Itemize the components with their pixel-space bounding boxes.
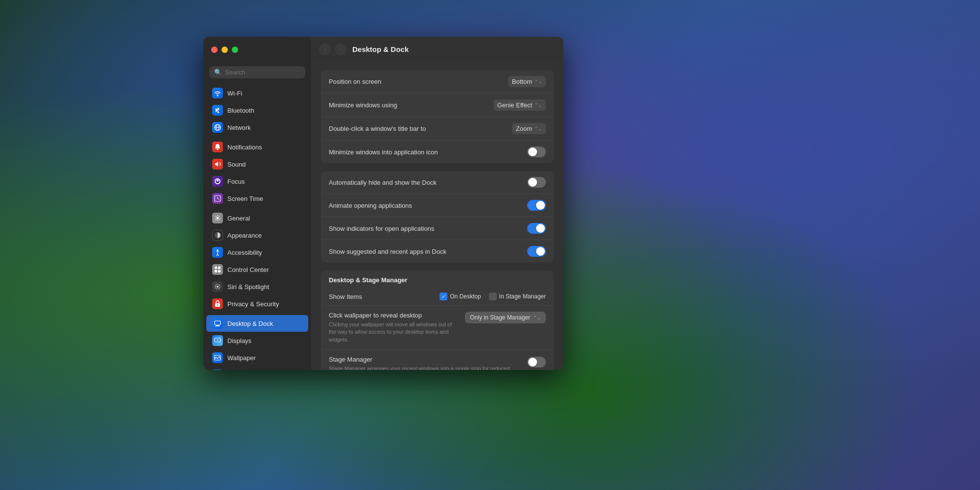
network-icon	[212, 122, 223, 133]
wallpaper-reveal-arrows: ⌃⌄	[533, 315, 541, 320]
sidebar-item-wallpaper[interactable]: Wallpaper	[206, 349, 308, 366]
sidebar-item-focus-label: Focus	[227, 178, 245, 185]
sidebar-item-controlcenter[interactable]: Control Center	[206, 261, 308, 278]
svg-rect-15	[215, 321, 220, 325]
sidebar-item-network[interactable]: Network	[206, 119, 308, 136]
wallpaper-reveal-desc: Clicking your wallpaper will move all wi…	[329, 321, 459, 343]
wallpaper-icon	[212, 352, 223, 363]
content-scroll[interactable]: Position on screen Bottom ⌃⌄ Minimize wi…	[311, 62, 564, 370]
doubleclick-row: Double-click a window's title bar to Zoo…	[321, 117, 554, 141]
wallpaper-reveal-dropdown[interactable]: Only in Stage Manager ⌃⌄	[465, 312, 546, 323]
doubleclick-label: Double-click a window's title bar to	[329, 125, 426, 132]
sidebar-item-desktop[interactable]: Desktop & Dock	[206, 315, 308, 332]
sidebar-item-notifications[interactable]: Notifications	[206, 139, 308, 155]
back-button[interactable]: ‹	[319, 44, 331, 55]
show-items-row: Show Items ✓ On Desktop In Stage Manager	[321, 288, 554, 306]
stage-manager-group: Desktop & Stage Manager Show Items ✓ On …	[321, 270, 554, 370]
autohide-label: Automatically hide and show the Dock	[329, 179, 437, 186]
sidebar-item-privacy[interactable]: Privacy & Security	[206, 295, 308, 312]
search-box[interactable]: 🔍	[209, 66, 305, 78]
focus-icon	[212, 176, 223, 187]
notifications-icon	[212, 142, 223, 152]
svg-rect-8	[218, 267, 220, 269]
animate-toggle[interactable]	[527, 200, 546, 211]
indicators-label: Show indicators for open applications	[329, 225, 434, 232]
animate-knob	[536, 201, 545, 210]
svg-rect-10	[218, 270, 220, 272]
sidebar-item-displays[interactable]: Displays	[206, 332, 308, 349]
desktop-dock-icon	[212, 318, 223, 329]
position-row: Position on screen Bottom ⌃⌄	[321, 70, 554, 94]
sidebar-item-screentime[interactable]: Screen Time	[206, 190, 308, 207]
sidebar-item-bluetooth[interactable]: Bluetooth	[206, 102, 308, 119]
sidebar-item-screentime-label: Screen Time	[227, 195, 263, 202]
position-control[interactable]: Bottom ⌃⌄	[508, 76, 546, 87]
sidebar-item-screensaver[interactable]: Screen Saver	[206, 367, 308, 370]
wallpaper-reveal-value: Only in Stage Manager	[470, 314, 530, 321]
indicators-knob	[536, 224, 545, 233]
recent-apps-toggle[interactable]	[527, 246, 546, 257]
indicators-toggle[interactable]	[527, 223, 546, 234]
minimize-control[interactable]: Genie Effect ⌃⌄	[493, 99, 546, 111]
sidebar-item-sound[interactable]: Sound	[206, 156, 308, 172]
sidebar-item-focus[interactable]: Focus	[206, 173, 308, 190]
sidebar-item-network-label: Network	[227, 124, 251, 131]
autohide-control[interactable]	[527, 177, 546, 188]
minimize-select[interactable]: Genie Effect ⌃⌄	[493, 99, 546, 111]
stage-manager-title: Stage Manager	[329, 356, 521, 363]
position-select[interactable]: Bottom ⌃⌄	[508, 76, 546, 87]
in-stage-manager-option[interactable]: In Stage Manager	[489, 293, 546, 300]
sidebar-item-bluetooth-label: Bluetooth	[227, 107, 254, 114]
animate-row: Animate opening applications	[321, 194, 554, 217]
close-button[interactable]	[211, 47, 218, 53]
stage-manager-text: Stage Manager Stage Manager arranges you…	[329, 356, 521, 370]
forward-button[interactable]: ›	[335, 44, 346, 55]
indicators-control[interactable]	[527, 223, 546, 234]
autohide-toggle[interactable]	[527, 177, 546, 188]
svg-rect-9	[215, 270, 217, 272]
screensaver-icon	[212, 369, 223, 370]
main-content: ‹ › Desktop & Dock Position on screen Bo…	[311, 37, 564, 370]
appearance-icon	[212, 230, 223, 241]
sidebar-item-controlcenter-label: Control Center	[227, 266, 269, 273]
stage-manager-heading: Desktop & Stage Manager	[321, 270, 554, 288]
sidebar-item-general[interactable]: General	[206, 210, 308, 226]
stage-manager-row: Stage Manager Stage Manager arranges you…	[321, 350, 554, 370]
in-stage-manager-label: In Stage Manager	[499, 293, 546, 300]
sidebar-item-wifi-label: Wi-Fi	[227, 90, 242, 97]
doubleclick-select[interactable]: Zoom ⌃⌄	[512, 123, 546, 134]
controlcenter-icon	[212, 264, 223, 275]
sidebar-item-appearance[interactable]: Appearance	[206, 227, 308, 244]
search-input[interactable]	[225, 69, 300, 76]
animate-control[interactable]	[527, 200, 546, 211]
stage-manager-toggle[interactable]	[527, 357, 546, 368]
doubleclick-control[interactable]: Zoom ⌃⌄	[512, 123, 546, 134]
sidebar-item-wifi[interactable]: Wi-Fi	[206, 85, 308, 101]
show-items-label: Show Items	[329, 293, 432, 300]
recent-apps-label: Show suggested and recent apps in Dock	[329, 248, 446, 255]
in-stage-manager-checkbox[interactable]	[489, 293, 497, 300]
recent-apps-control[interactable]	[527, 246, 546, 257]
sidebar-item-accessibility[interactable]: Accessibility	[206, 244, 308, 261]
dock-settings-group-1: Position on screen Bottom ⌃⌄ Minimize wi…	[321, 70, 554, 163]
sidebar-item-siri-label: Siri & Spotlight	[227, 283, 269, 291]
search-icon: 🔍	[214, 69, 222, 76]
svg-point-19	[217, 340, 219, 341]
on-desktop-checkbox[interactable]: ✓	[440, 293, 447, 300]
bluetooth-icon	[212, 105, 223, 116]
minimize-icon-control[interactable]	[527, 147, 546, 157]
page-title: Desktop & Dock	[352, 45, 409, 53]
svg-point-4	[217, 217, 219, 220]
on-desktop-label: On Desktop	[450, 293, 481, 300]
svg-rect-17	[215, 326, 220, 326]
sidebar-item-wallpaper-label: Wallpaper	[227, 354, 256, 362]
sidebar-item-displays-label: Displays	[227, 337, 251, 344]
animate-label: Animate opening applications	[329, 202, 412, 209]
screentime-icon	[212, 193, 223, 204]
minimize-button[interactable]	[221, 47, 228, 53]
sidebar-item-siri[interactable]: Siri & Spotlight	[206, 278, 308, 295]
minimize-icon-toggle[interactable]	[527, 147, 546, 157]
maximize-button[interactable]	[232, 47, 238, 53]
sidebar-item-general-label: General	[227, 215, 250, 222]
on-desktop-option[interactable]: ✓ On Desktop	[440, 293, 481, 300]
